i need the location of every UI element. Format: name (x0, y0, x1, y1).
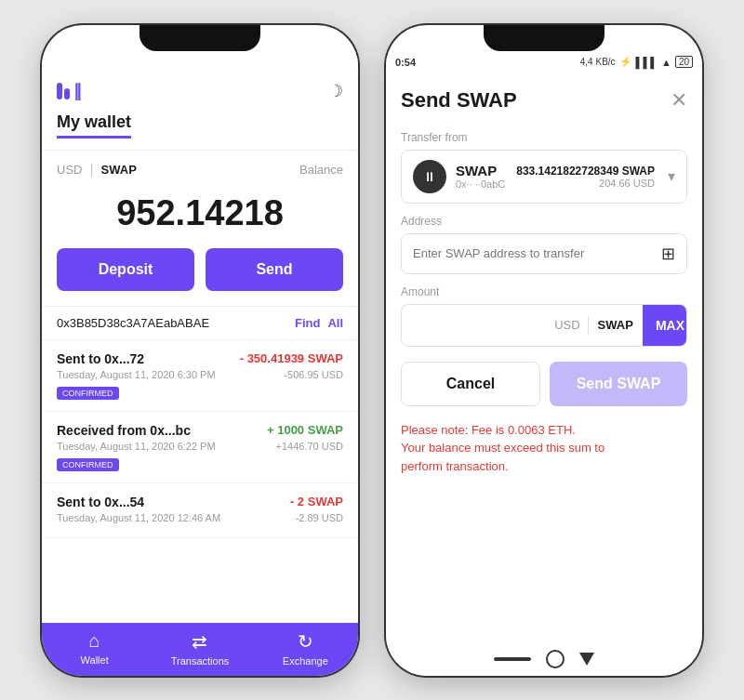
tx-label-2: Received from 0x...bc (57, 423, 191, 438)
tx-label-3: Sent to 0x...54 (57, 495, 144, 509)
close-button[interactable]: ✕ (671, 90, 687, 111)
address-input-row: ⊞ (413, 244, 675, 264)
send-swap-modal: Send SWAP ✕ Transfer from ⏸ SWAP 0x·· ··… (386, 73, 702, 642)
tx-date-1: Tuesday, August 11, 2020 6:30 PM (57, 369, 216, 380)
warning-text: Please note: Fee is 0.0063 ETH. Your bal… (401, 421, 687, 476)
find-button[interactable]: Find (295, 316, 320, 330)
refresh-icon: ↻ (298, 630, 313, 653)
address-input[interactable] (413, 246, 654, 260)
search-row: 0x3B85D38c3A7AEabABAE Find All (42, 306, 358, 340)
amount-section: Amount USD SWAP MAX (401, 285, 687, 347)
notch (140, 25, 260, 51)
tx-badge-1: CONFIRMED (57, 387, 119, 400)
modal-actions: Cancel Send SWAP (401, 362, 687, 406)
transfer-from-label: Transfer from (401, 131, 687, 144)
all-button[interactable]: All (327, 316, 343, 330)
status-time: 0:54 (395, 57, 416, 68)
status-bar (42, 51, 358, 73)
tx-amount-1: - 350.41939 SWAP (240, 351, 343, 365)
swap-currency-name: SWAP (456, 163, 507, 178)
max-button[interactable]: MAX (643, 304, 687, 347)
tx-badge-2: CONFIRMED (57, 458, 119, 471)
transfer-from-box[interactable]: ⏸ SWAP 0x·· ··0abC 833.1421822728349 SWA… (401, 150, 687, 204)
qr-icon[interactable]: ⊞ (661, 244, 675, 264)
pause-icon: ⏸ (423, 169, 436, 184)
transactions-list: Sent to 0x...72 - 350.41939 SWAP Tuesday… (42, 340, 358, 623)
status-bar-right: 0:54 4,4 KB/c ⚡ ▌▌▌ ▲ 20 (386, 51, 702, 73)
wallet-title: My wallet (57, 112, 131, 139)
tx-date-3: Tuesday, August 11, 2020 12:46 AM (57, 512, 220, 523)
modal-title: Send SWAP (401, 88, 517, 112)
swap-balance-amount: 833.1421822728349 SWAP (516, 165, 655, 178)
tx-label-1: Sent to 0x...72 (57, 351, 144, 366)
left-phone: ‖ ☽ My wallet USD | SWAP Balance 952.142… (42, 25, 358, 676)
nav-wallet-label: Wallet (81, 654, 109, 666)
tx-date-2: Tuesday, August 11, 2020 6:22 PM (57, 441, 216, 452)
swap-info: SWAP 0x·· ··0abC (456, 163, 507, 190)
indicator-circle (546, 650, 565, 668)
amount-box: USD SWAP MAX (401, 304, 687, 347)
nav-transactions-label: Transactions (171, 655, 230, 667)
bluetooth-icon: ⚡ (619, 56, 632, 68)
chevron-down-icon: ▾ (668, 167, 675, 185)
wallet-header: My wallet (42, 105, 358, 151)
tx-amount-2: + 1000 SWAP (267, 423, 343, 437)
amount-label: Amount (401, 285, 687, 298)
amount-usd-label: USD (554, 318, 587, 332)
right-phone: 0:54 4,4 KB/c ⚡ ▌▌▌ ▲ 20 Send SWAP ✕ Tra… (386, 25, 702, 676)
currency-tabs: USD | SWAP Balance (42, 151, 358, 182)
nav-exchange-label: Exchange (283, 655, 328, 667)
logo-bar-2 (64, 88, 70, 99)
logo-bar-1 (57, 83, 62, 99)
amount-row: USD SWAP MAX (402, 305, 686, 346)
modal-header: Send SWAP ✕ (401, 88, 687, 112)
transfer-from-section: Transfer from ⏸ SWAP 0x·· ··0abC 833.142… (401, 131, 687, 204)
amount-swap-label: SWAP (589, 318, 643, 332)
status-icons: 4,4 KB/c ⚡ ▌▌▌ ▲ 20 (580, 56, 693, 68)
bottom-indicator (386, 642, 702, 676)
indicator-triangle (579, 653, 594, 666)
tab-swap[interactable]: SWAP (101, 163, 137, 177)
home-icon: ⌂ (89, 630, 100, 652)
send-swap-confirm-button[interactable]: Send SWAP (550, 362, 687, 406)
nav-exchange[interactable]: ↻ Exchange (253, 630, 358, 667)
deposit-button[interactable]: Deposit (57, 248, 194, 291)
balance-amount: 952.14218 (42, 182, 358, 248)
indicator-bar (494, 657, 531, 661)
action-buttons: Deposit Send (42, 248, 358, 306)
notch-right (484, 25, 604, 51)
transaction-item-1: Sent to 0x...72 - 350.41939 SWAP Tuesday… (42, 340, 358, 412)
swap-logo-circle: ⏸ (413, 160, 446, 193)
bottom-nav: ⌂ Wallet ⇄ Transactions ↻ Exchange (42, 623, 358, 676)
battery-icon: 20 (675, 56, 693, 68)
data-speed: 4,4 KB/c (580, 57, 616, 67)
cancel-button[interactable]: Cancel (401, 362, 540, 406)
balance-label: Balance (299, 163, 343, 177)
signal-icon: ▌▌▌ (636, 57, 658, 68)
amount-input[interactable] (402, 318, 554, 332)
nav-wallet[interactable]: ⌂ Wallet (42, 630, 147, 667)
transaction-item-3: Sent to 0x...54 - 2 SWAP Tuesday, August… (42, 483, 358, 538)
transaction-item-2: Received from 0x...bc + 1000 SWAP Tuesda… (42, 412, 358, 483)
tx-amount-3: - 2 SWAP (290, 495, 343, 508)
tx-usd-1: -506.95 USD (284, 369, 343, 380)
wallet-address: 0x3B85D38c3A7AEabABAE (57, 316, 287, 330)
tx-usd-3: -2.89 USD (296, 512, 343, 523)
logo-text: ‖ (73, 81, 82, 101)
top-bar: ‖ ☽ (42, 73, 358, 105)
wifi-icon: ▲ (661, 57, 671, 68)
address-box: ⊞ (401, 233, 687, 274)
swap-balance-right: 833.1421822728349 SWAP 204.66 USD (516, 165, 655, 189)
tx-usd-2: +1446.70 USD (276, 441, 343, 452)
nav-transactions[interactable]: ⇄ Transactions (147, 630, 252, 667)
exchange-icon: ⇄ (192, 630, 207, 653)
currency-divider: | (89, 162, 93, 178)
address-label: Address (401, 215, 687, 228)
theme-toggle-icon[interactable]: ☽ (328, 81, 343, 101)
swap-usd: 204.66 USD (516, 178, 655, 189)
address-section: Address ⊞ (401, 215, 687, 274)
swap-address: 0x·· ··0abC (456, 178, 507, 190)
send-button[interactable]: Send (206, 248, 343, 291)
tab-usd[interactable]: USD (57, 163, 82, 177)
app-logo: ‖ (57, 81, 82, 101)
